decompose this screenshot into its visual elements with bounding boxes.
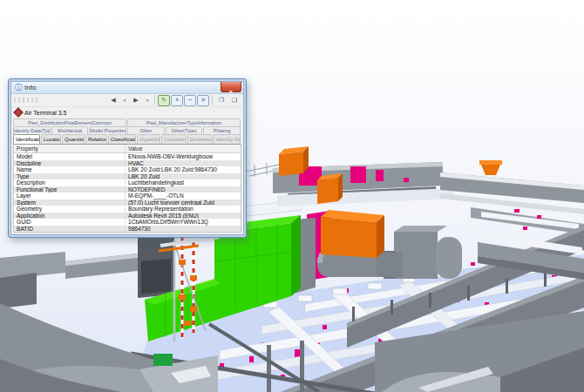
selected-element-row[interactable]: Air Terminal 3.5 — [11, 107, 243, 118]
info-dialog[interactable]: ⓘ Info ✕ ◀ ▾ ▶ ▾ ✎ + − ≡ ❐ ❏ Air Termina… — [8, 78, 247, 238]
property-table: Property Value ModelENova-NWB-OBV-Werktu… — [13, 144, 241, 233]
tab-mechanical[interactable]: Mechanical — [51, 126, 89, 134]
info-toolbar: ◀ ▾ ▶ ▾ ✎ + − ≡ ❐ ❏ — [11, 94, 243, 107]
tab-pset-manufacturertypeinformation[interactable]: Pset_ManufacturerTypeInformation — [127, 118, 241, 126]
table-row: DisciplineHVAC — [14, 160, 241, 167]
tab-constraints[interactable]: Constraints — [161, 134, 187, 144]
orange-clash-box-top[interactable] — [279, 146, 309, 176]
tab-identity-data-type[interactable]: Identity Data(Type) — [13, 126, 51, 134]
toolbar-disabled-items — [14, 98, 40, 103]
table-row: BATID9864730 — [14, 226, 241, 233]
dock-icon[interactable]: ❐ — [215, 95, 227, 106]
small-green-box[interactable] — [153, 354, 173, 366]
expand-all-icon[interactable]: + — [171, 95, 183, 106]
tab-location[interactable]: Location — [41, 134, 61, 144]
close-icon: ✕ — [228, 89, 234, 95]
table-row: LayerM-EQPM-____-OTLN — [14, 193, 241, 199]
tab-pset-distributionflowelementcommon[interactable]: Pset_DistributionFlowElementCommon — [13, 118, 126, 126]
air-terminal-icon — [13, 107, 23, 117]
table-row: ApplicationAutodesk Revit 2015 (ENU) — [14, 213, 241, 220]
table-row: TypeLBK 20 Zuid — [14, 173, 241, 180]
list-view-icon[interactable]: ≡ — [197, 95, 209, 106]
column-property: Property — [14, 145, 125, 152]
back-dropdown-icon[interactable]: ▾ — [120, 95, 129, 106]
info-dialog-icon: ⓘ — [15, 84, 22, 91]
edit-icon[interactable]: ✎ — [158, 95, 170, 106]
collapse-all-icon[interactable]: − — [184, 95, 196, 106]
forward-dropdown-icon[interactable]: ▾ — [143, 95, 152, 106]
dark-cabinet-opening — [141, 259, 171, 294]
tab-quantities[interactable]: Quantities — [62, 134, 85, 144]
table-row: Functional TypeNOTDEFINED — [14, 186, 241, 193]
ahu-cylinder[interactable] — [436, 237, 462, 279]
property-tabs: Pset_DistributionFlowElementCommon Pset_… — [11, 118, 243, 144]
dialog-title: Info — [24, 84, 36, 91]
table-header: Property Value — [14, 145, 241, 153]
table-row: ModelENova-NWB-OBV-Werktuigbouw — [14, 153, 241, 160]
column-value: Value — [125, 145, 241, 152]
tab-relations[interactable]: Relations — [85, 134, 107, 144]
orange-clash-box-large[interactable] — [321, 210, 384, 258]
table-row: System(57.0) Lucht toevoer centraal Zuid — [14, 199, 241, 206]
tab-other-type[interactable]: Other(Type) — [166, 126, 203, 134]
table-row: NameLBK 20 Zuid:LBK 20 Zuid:9864730 — [14, 166, 241, 173]
table-row: DescriptionLuchtbehandelingkast — [14, 179, 241, 186]
selected-element-label: Air Terminal 3.5 — [24, 110, 67, 116]
left-dark-slab[interactable] — [0, 273, 37, 308]
info-dialog-titlebar[interactable]: ⓘ Info ✕ — [11, 82, 243, 94]
tab-identification[interactable]: Identification — [13, 134, 40, 144]
tab-phasing[interactable]: Phasing — [203, 126, 241, 134]
table-row: GUID1CbAMOrbLDrf5WnYWWn13Q — [14, 219, 241, 226]
table-row: GeometryBoundary Representation — [14, 206, 241, 213]
tab-classification[interactable]: Classification — [108, 134, 136, 144]
viewport-3d[interactable]: ⓘ Info ✕ ◀ ▾ ▶ ▾ ✎ + − ≡ ❐ ❏ Air Termina… — [0, 0, 584, 392]
tab-model-properties-type[interactable]: Model Properties(Type) — [89, 126, 126, 134]
close-button[interactable]: ✕ — [221, 82, 241, 92]
tab-identity-data[interactable]: Identity Data — [214, 134, 241, 144]
orange-clash-box-mid[interactable] — [317, 173, 343, 204]
float-icon[interactable]: ❏ — [228, 95, 241, 106]
tab-hyperlinks[interactable]: Hyperlinks — [137, 134, 160, 144]
tab-other[interactable]: Other — [127, 126, 165, 134]
tab-dimensions[interactable]: Dimensions — [187, 134, 213, 144]
gray-box-right[interactable] — [377, 253, 403, 277]
back-button[interactable]: ◀ — [107, 95, 119, 106]
forward-button[interactable]: ▶ — [130, 95, 142, 106]
